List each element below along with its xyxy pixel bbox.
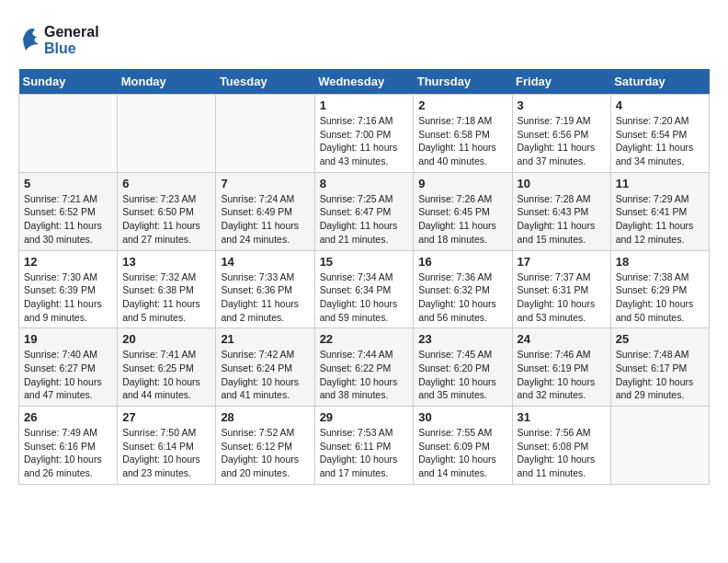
- calendar-cell: 18Sunrise: 7:38 AM Sunset: 6:29 PM Dayli…: [610, 250, 709, 328]
- calendar-cell: 6Sunrise: 7:23 AM Sunset: 6:50 PM Daylig…: [118, 172, 216, 250]
- header-wednesday: Wednesday: [314, 69, 414, 95]
- calendar-cell: 22Sunrise: 7:44 AM Sunset: 6:22 PM Dayli…: [314, 328, 414, 407]
- calendar-cell: 14Sunrise: 7:33 AM Sunset: 6:36 PM Dayli…: [216, 250, 314, 328]
- calendar-cell: 31Sunrise: 7:56 AM Sunset: 6:08 PM Dayli…: [512, 407, 610, 485]
- day-number: 27: [122, 410, 210, 424]
- calendar-cell: 10Sunrise: 7:28 AM Sunset: 6:43 PM Dayli…: [512, 172, 610, 250]
- calendar-cell: 13Sunrise: 7:32 AM Sunset: 6:38 PM Dayli…: [118, 250, 216, 328]
- day-number: 22: [320, 332, 409, 346]
- header-saturday: Saturday: [610, 69, 709, 95]
- day-number: 29: [320, 410, 409, 424]
- day-info: Sunrise: 7:24 AM Sunset: 6:49 PM Dayligh…: [221, 192, 309, 247]
- day-info: Sunrise: 7:49 AM Sunset: 6:16 PM Dayligh…: [24, 426, 112, 480]
- day-info: Sunrise: 7:30 AM Sunset: 6:39 PM Dayligh…: [24, 270, 112, 325]
- week-row-4: 19Sunrise: 7:40 AM Sunset: 6:27 PM Dayli…: [19, 328, 710, 407]
- calendar-cell: 26Sunrise: 7:49 AM Sunset: 6:16 PM Dayli…: [19, 407, 118, 485]
- day-info: Sunrise: 7:38 AM Sunset: 6:29 PM Dayligh…: [616, 270, 704, 325]
- day-number: 7: [221, 177, 309, 190]
- calendar-cell: [216, 95, 314, 173]
- day-info: Sunrise: 7:53 AM Sunset: 6:11 PM Dayligh…: [320, 426, 409, 480]
- calendar-cell: 17Sunrise: 7:37 AM Sunset: 6:31 PM Dayli…: [512, 250, 610, 328]
- day-number: 2: [418, 98, 506, 112]
- day-info: Sunrise: 7:52 AM Sunset: 6:12 PM Dayligh…: [221, 426, 309, 480]
- day-number: 10: [518, 177, 606, 190]
- day-info: Sunrise: 7:56 AM Sunset: 6:08 PM Dayligh…: [518, 426, 606, 480]
- day-number: 9: [418, 177, 506, 190]
- day-info: Sunrise: 7:32 AM Sunset: 6:38 PM Dayligh…: [122, 270, 210, 325]
- day-info: Sunrise: 7:42 AM Sunset: 6:24 PM Dayligh…: [221, 348, 309, 402]
- header-tuesday: Tuesday: [216, 69, 314, 95]
- week-row-5: 26Sunrise: 7:49 AM Sunset: 6:16 PM Dayli…: [19, 407, 710, 485]
- week-row-3: 12Sunrise: 7:30 AM Sunset: 6:39 PM Dayli…: [19, 250, 710, 328]
- day-info: Sunrise: 7:23 AM Sunset: 6:50 PM Dayligh…: [122, 192, 210, 247]
- logo-svg: GeneralBlue: [18, 18, 101, 60]
- calendar-cell: 19Sunrise: 7:40 AM Sunset: 6:27 PM Dayli…: [19, 328, 118, 407]
- day-info: Sunrise: 7:50 AM Sunset: 6:14 PM Dayligh…: [122, 426, 210, 480]
- day-info: Sunrise: 7:20 AM Sunset: 6:54 PM Dayligh…: [616, 114, 704, 168]
- day-info: Sunrise: 7:45 AM Sunset: 6:20 PM Dayligh…: [418, 348, 506, 402]
- day-info: Sunrise: 7:40 AM Sunset: 6:27 PM Dayligh…: [24, 348, 112, 402]
- calendar-cell: 16Sunrise: 7:36 AM Sunset: 6:32 PM Dayli…: [414, 250, 512, 328]
- logo: GeneralBlue: [18, 18, 101, 60]
- calendar-cell: 29Sunrise: 7:53 AM Sunset: 6:11 PM Dayli…: [314, 407, 414, 485]
- day-number: 6: [122, 177, 210, 190]
- week-row-2: 5Sunrise: 7:21 AM Sunset: 6:52 PM Daylig…: [19, 172, 710, 250]
- day-info: Sunrise: 7:55 AM Sunset: 6:09 PM Dayligh…: [418, 426, 506, 480]
- day-number: 23: [418, 332, 506, 346]
- calendar-cell: 8Sunrise: 7:25 AM Sunset: 6:47 PM Daylig…: [314, 172, 414, 250]
- calendar-cell: 25Sunrise: 7:48 AM Sunset: 6:17 PM Dayli…: [610, 328, 709, 407]
- day-number: 1: [320, 98, 409, 112]
- day-number: 14: [221, 255, 309, 269]
- header-sunday: Sunday: [19, 69, 118, 95]
- day-info: Sunrise: 7:18 AM Sunset: 6:58 PM Dayligh…: [418, 114, 506, 168]
- calendar-cell: 30Sunrise: 7:55 AM Sunset: 6:09 PM Dayli…: [414, 407, 512, 485]
- day-info: Sunrise: 7:33 AM Sunset: 6:36 PM Dayligh…: [221, 270, 309, 325]
- day-number: 17: [518, 255, 606, 269]
- svg-text:General: General: [44, 24, 99, 40]
- day-number: 20: [122, 332, 210, 346]
- day-info: Sunrise: 7:26 AM Sunset: 6:45 PM Dayligh…: [418, 192, 506, 247]
- calendar-cell: 3Sunrise: 7:19 AM Sunset: 6:56 PM Daylig…: [512, 95, 610, 173]
- day-number: 16: [418, 255, 506, 269]
- calendar-cell: 28Sunrise: 7:52 AM Sunset: 6:12 PM Dayli…: [216, 407, 314, 485]
- day-info: Sunrise: 7:25 AM Sunset: 6:47 PM Dayligh…: [320, 192, 409, 247]
- calendar-cell: 21Sunrise: 7:42 AM Sunset: 6:24 PM Dayli…: [216, 328, 314, 407]
- calendar-cell: 23Sunrise: 7:45 AM Sunset: 6:20 PM Dayli…: [414, 328, 512, 407]
- calendar-cell: 5Sunrise: 7:21 AM Sunset: 6:52 PM Daylig…: [19, 172, 118, 250]
- day-info: Sunrise: 7:19 AM Sunset: 6:56 PM Dayligh…: [518, 114, 606, 168]
- day-number: 28: [221, 410, 309, 424]
- day-info: Sunrise: 7:48 AM Sunset: 6:17 PM Dayligh…: [616, 348, 704, 402]
- day-number: 18: [616, 255, 704, 269]
- day-number: 25: [616, 332, 704, 346]
- calendar-cell: 7Sunrise: 7:24 AM Sunset: 6:49 PM Daylig…: [216, 172, 314, 250]
- day-number: 31: [518, 410, 606, 424]
- svg-text:Blue: Blue: [44, 40, 76, 56]
- calendar-cell: 2Sunrise: 7:18 AM Sunset: 6:58 PM Daylig…: [414, 95, 512, 173]
- header-friday: Friday: [512, 69, 610, 95]
- day-number: 21: [221, 332, 309, 346]
- header-monday: Monday: [118, 69, 216, 95]
- calendar-cell: [19, 95, 118, 173]
- day-number: 24: [518, 332, 606, 346]
- calendar-cell: [610, 407, 709, 485]
- day-info: Sunrise: 7:46 AM Sunset: 6:19 PM Dayligh…: [518, 348, 606, 402]
- calendar-cell: 9Sunrise: 7:26 AM Sunset: 6:45 PM Daylig…: [414, 172, 512, 250]
- day-info: Sunrise: 7:16 AM Sunset: 7:00 PM Dayligh…: [320, 114, 409, 168]
- day-number: 3: [518, 98, 606, 112]
- day-info: Sunrise: 7:37 AM Sunset: 6:31 PM Dayligh…: [518, 270, 606, 325]
- day-info: Sunrise: 7:28 AM Sunset: 6:43 PM Dayligh…: [518, 192, 606, 247]
- header-row: SundayMondayTuesdayWednesdayThursdayFrid…: [19, 69, 710, 95]
- page-header: GeneralBlue: [18, 18, 710, 60]
- day-number: 8: [320, 177, 409, 190]
- day-info: Sunrise: 7:29 AM Sunset: 6:41 PM Dayligh…: [616, 192, 704, 247]
- calendar-cell: 24Sunrise: 7:46 AM Sunset: 6:19 PM Dayli…: [512, 328, 610, 407]
- day-number: 26: [24, 410, 112, 424]
- day-info: Sunrise: 7:34 AM Sunset: 6:34 PM Dayligh…: [320, 270, 409, 325]
- day-number: 13: [122, 255, 210, 269]
- calendar-cell: 1Sunrise: 7:16 AM Sunset: 7:00 PM Daylig…: [314, 95, 414, 173]
- calendar-cell: 27Sunrise: 7:50 AM Sunset: 6:14 PM Dayli…: [118, 407, 216, 485]
- day-number: 19: [24, 332, 112, 346]
- calendar-cell: 12Sunrise: 7:30 AM Sunset: 6:39 PM Dayli…: [19, 250, 118, 328]
- day-info: Sunrise: 7:44 AM Sunset: 6:22 PM Dayligh…: [320, 348, 409, 402]
- calendar-cell: 20Sunrise: 7:41 AM Sunset: 6:25 PM Dayli…: [118, 328, 216, 407]
